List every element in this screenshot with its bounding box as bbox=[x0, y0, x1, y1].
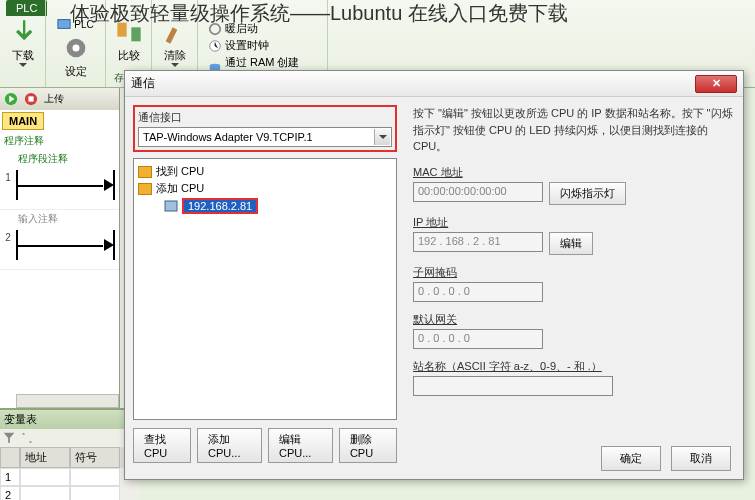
add-cpu-button[interactable]: 添加 CPU... bbox=[197, 428, 262, 463]
dialog-title: 通信 bbox=[131, 75, 695, 92]
download-label: 下载 bbox=[12, 48, 34, 63]
gateway-field: 0 . 0 . 0 . 0 bbox=[413, 329, 543, 349]
help-text: 按下 "编辑" 按钮以更改所选 CPU 的 IP 数据和站名称。按下 "闪烁指示… bbox=[413, 105, 735, 155]
mask-label: 子网掩码 bbox=[413, 265, 735, 280]
close-icon: ✕ bbox=[712, 77, 721, 90]
page-overlay-title: 体验极致轻量级操作系统——Lubuntu 在线入口免费下载 bbox=[70, 0, 568, 27]
settings-button[interactable]: 设定 bbox=[54, 32, 98, 81]
ladder-toolbar: 上传 bbox=[0, 88, 119, 110]
input-comment[interactable]: 输入注释 bbox=[0, 210, 119, 228]
interface-section: 通信接口 TAP-Windows Adapter V9.TCPIP.1 bbox=[133, 105, 397, 152]
svg-rect-11 bbox=[28, 96, 33, 101]
gateway-label: 默认网关 bbox=[413, 312, 735, 327]
rung-number: 1 bbox=[2, 172, 14, 183]
horizontal-scrollbar[interactable] bbox=[16, 394, 119, 408]
rung-2[interactable]: 2 输入注释 bbox=[0, 210, 119, 270]
set-clock-button[interactable]: 设置时钟 bbox=[204, 37, 273, 54]
table-row[interactable]: 2 bbox=[0, 486, 140, 500]
tree-add-cpu[interactable]: 添加 CPU bbox=[138, 180, 392, 197]
stop-icon[interactable] bbox=[24, 92, 38, 106]
station-field[interactable] bbox=[413, 376, 613, 396]
filter-icon[interactable] bbox=[2, 431, 16, 445]
folder-icon bbox=[138, 183, 152, 195]
chevron-down-icon bbox=[19, 63, 27, 67]
chevron-down-icon bbox=[171, 63, 179, 67]
cancel-button[interactable]: 取消 bbox=[671, 446, 731, 471]
set-clock-label: 设置时钟 bbox=[225, 38, 269, 53]
var-table-title: 变量表 bbox=[0, 410, 140, 429]
main-tab[interactable]: MAIN bbox=[2, 112, 44, 130]
segment-comment[interactable]: 程序段注释 bbox=[0, 150, 119, 168]
tree-found-cpu[interactable]: 找到 CPU bbox=[138, 163, 392, 180]
col-address[interactable]: 地址 bbox=[20, 447, 70, 468]
folder-icon bbox=[138, 166, 152, 178]
close-button[interactable]: ✕ bbox=[695, 75, 737, 93]
ip-field: 192 . 168 . 2 . 81 bbox=[413, 232, 543, 252]
tree-cpu-ip[interactable]: 192.168.2.81 bbox=[138, 197, 392, 215]
upload-label[interactable]: 上传 bbox=[44, 92, 64, 106]
flash-led-button[interactable]: 闪烁指示灯 bbox=[549, 182, 626, 205]
clear-label: 清除 bbox=[164, 48, 186, 63]
download-icon bbox=[9, 18, 37, 46]
interface-label: 通信接口 bbox=[138, 110, 392, 125]
rung-number: 2 bbox=[2, 232, 14, 243]
mask-field: 0 . 0 . 0 . 0 bbox=[413, 282, 543, 302]
chevron-down-icon bbox=[374, 129, 390, 145]
cpu-icon bbox=[164, 200, 178, 212]
clock-icon bbox=[208, 39, 222, 53]
col-symbol[interactable]: 符号 bbox=[70, 447, 120, 468]
svg-rect-0 bbox=[58, 20, 70, 29]
gear-icon bbox=[62, 34, 90, 62]
edit-ip-button[interactable]: 编辑 bbox=[549, 232, 593, 255]
edit-cpu-button[interactable]: 编辑 CPU... bbox=[268, 428, 333, 463]
ladder-panel: 上传 MAIN 程序注释 1 程序段注释 2 输入注释 bbox=[0, 88, 120, 408]
svg-rect-12 bbox=[165, 201, 177, 211]
arrow-right-icon bbox=[104, 239, 114, 251]
ip-label: IP 地址 bbox=[413, 215, 735, 230]
table-row[interactable]: 1 bbox=[0, 468, 140, 486]
find-cpu-button[interactable]: 查找 CPU bbox=[133, 428, 191, 463]
program-comment[interactable]: 程序注释 bbox=[0, 132, 119, 150]
download-button[interactable]: 下载 bbox=[1, 16, 45, 69]
arrow-right-icon bbox=[104, 179, 114, 191]
svg-point-2 bbox=[72, 45, 79, 52]
dialog-titlebar[interactable]: 通信 ✕ bbox=[125, 71, 743, 97]
variable-table: 变量表 地址 符号 1 2 bbox=[0, 408, 140, 500]
mac-label: MAC 地址 bbox=[413, 165, 735, 180]
interface-combo[interactable]: TAP-Windows Adapter V9.TCPIP.1 bbox=[138, 127, 392, 147]
communication-dialog: 通信 ✕ 通信接口 TAP-Windows Adapter V9.TCPIP.1… bbox=[124, 70, 744, 480]
rung-1[interactable]: 1 程序段注释 bbox=[0, 150, 119, 210]
delete-cpu-button[interactable]: 删除 CPU bbox=[339, 428, 397, 463]
station-label: 站名称（ASCII 字符 a-z、0-9、- 和 .） bbox=[413, 359, 735, 374]
sort-icon[interactable] bbox=[20, 431, 34, 445]
mac-field: 00:00:00:00:00:00 bbox=[413, 182, 543, 202]
interface-value: TAP-Windows Adapter V9.TCPIP.1 bbox=[143, 131, 313, 143]
ok-button[interactable]: 确定 bbox=[601, 446, 661, 471]
svg-rect-4 bbox=[131, 27, 140, 41]
settings-label: 设定 bbox=[65, 64, 87, 79]
play-icon[interactable] bbox=[4, 92, 18, 106]
compare-label: 比较 bbox=[118, 48, 140, 63]
cpu-tree[interactable]: 找到 CPU 添加 CPU 192.168.2.81 bbox=[133, 158, 397, 420]
